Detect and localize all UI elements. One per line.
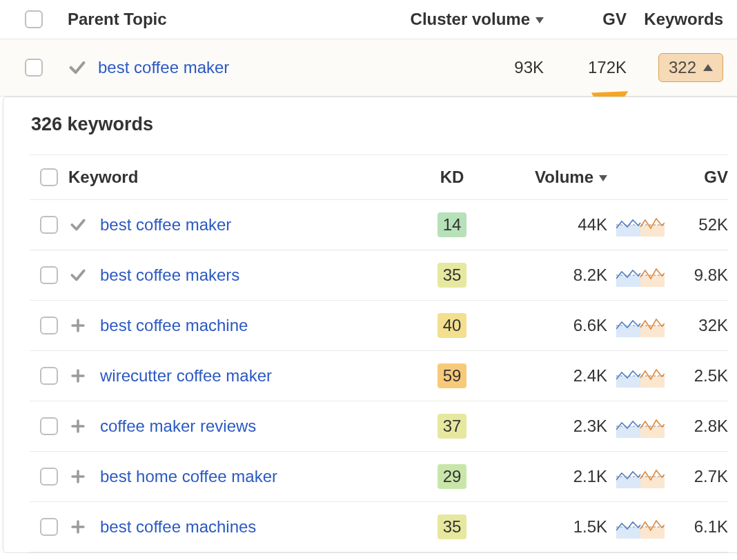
inner-table-header: Keyword KD Volume GV [30, 154, 728, 199]
sort-desc-icon [535, 17, 544, 23]
plus-icon[interactable] [68, 366, 88, 386]
keyword-link[interactable]: best coffee machine [100, 316, 248, 335]
table-row: best coffee makers 35 8.2K 9.8K [30, 250, 728, 301]
row-checkbox[interactable] [40, 417, 58, 435]
svg-rect-1 [616, 225, 640, 237]
caret-up-icon [703, 64, 713, 71]
row-checkbox[interactable] [40, 266, 58, 284]
row-checkbox[interactable] [40, 367, 58, 385]
check-icon [68, 215, 88, 234]
col-keywords[interactable]: Keywords [627, 10, 737, 29]
parent-topic-link[interactable]: best coffee maker [98, 58, 229, 77]
volume-value: 1.5K [483, 517, 607, 537]
keyword-link[interactable]: best coffee makers [100, 266, 239, 285]
col-gv-inner[interactable]: GV [673, 168, 728, 187]
gv-value: 2.5K [673, 366, 728, 386]
volume-value: 44K [483, 215, 607, 234]
inner-select-all-checkbox[interactable] [40, 168, 58, 186]
plus-icon[interactable] [68, 417, 88, 436]
row-checkbox[interactable] [40, 468, 58, 486]
plus-icon[interactable] [68, 316, 88, 335]
gv-value: 6.1K [673, 517, 728, 537]
table-row: wirecutter coffee maker 59 2.4K 2.5K [30, 351, 728, 401]
sort-desc-icon [599, 175, 607, 181]
svg-rect-13 [616, 426, 640, 438]
trend-sparkline [607, 263, 673, 287]
panel-title: 326 keywords [3, 97, 737, 154]
parent-topic-row: best coffee maker 93K 172K 322 [0, 39, 737, 97]
row-checkbox[interactable] [40, 518, 58, 536]
svg-rect-7 [616, 326, 640, 337]
keywords-count: 322 [669, 58, 696, 77]
gv-value: 32K [673, 316, 728, 335]
table-row: coffee maker reviews 37 2.3K 2.8K [30, 401, 728, 452]
trend-sparkline [607, 414, 673, 438]
col-gv[interactable]: GV [544, 10, 627, 29]
volume-value: 2.1K [483, 467, 607, 486]
svg-rect-2 [640, 225, 665, 237]
keyword-link[interactable]: wirecutter coffee maker [100, 366, 272, 386]
keywords-expand-button[interactable]: 322 [658, 53, 723, 82]
svg-rect-5 [640, 275, 665, 287]
kd-badge: 35 [438, 263, 466, 288]
svg-rect-11 [640, 376, 665, 388]
trend-sparkline [607, 515, 673, 539]
trend-sparkline [607, 213, 673, 237]
plus-icon[interactable] [68, 517, 88, 537]
check-icon [68, 266, 88, 285]
gv-value: 172K [544, 58, 627, 77]
gv-value: 2.7K [673, 467, 728, 486]
kd-badge: 14 [438, 212, 466, 237]
gv-value: 52K [673, 215, 728, 234]
kd-badge: 29 [438, 464, 466, 489]
kd-badge: 40 [438, 313, 466, 338]
kd-badge: 37 [438, 414, 466, 439]
svg-rect-17 [640, 477, 665, 488]
gv-value: 9.8K [673, 266, 728, 285]
svg-rect-16 [616, 477, 640, 488]
keyword-link[interactable]: coffee maker reviews [100, 417, 256, 436]
volume-value: 2.4K [483, 366, 607, 386]
col-keyword[interactable]: Keyword [68, 168, 421, 187]
kd-badge: 35 [438, 514, 466, 539]
svg-rect-14 [640, 426, 665, 438]
table-row: best coffee machines 35 1.5K 6.1K [30, 502, 728, 552]
keywords-panel: 326 keywords Keyword KD Volume GV best c… [3, 97, 737, 553]
row-checkbox[interactable] [40, 317, 58, 334]
parent-table-header: Parent Topic Cluster volume GV Keywords [0, 0, 737, 39]
svg-rect-4 [616, 275, 640, 287]
plus-icon[interactable] [68, 467, 88, 486]
col-cluster-volume[interactable]: Cluster volume [392, 10, 544, 29]
cluster-volume-value: 93K [392, 58, 544, 77]
parent-select-all-checkbox[interactable] [25, 10, 43, 28]
svg-rect-20 [640, 527, 665, 539]
svg-rect-8 [640, 326, 665, 337]
svg-rect-10 [616, 376, 640, 388]
col-kd[interactable]: KD [421, 168, 483, 187]
volume-value: 6.6K [483, 316, 607, 335]
col-parent-topic[interactable]: Parent Topic [68, 10, 392, 29]
keyword-link[interactable]: best coffee machines [100, 517, 256, 537]
trend-sparkline [607, 465, 673, 488]
table-row: best coffee maker 14 44K 52K [30, 199, 728, 250]
row-checkbox[interactable] [40, 216, 58, 234]
check-icon [68, 58, 87, 77]
trend-sparkline [607, 314, 673, 337]
volume-value: 8.2K [483, 266, 607, 285]
keyword-link[interactable]: best home coffee maker [100, 467, 277, 486]
col-volume-label: Volume [535, 168, 593, 186]
keyword-link[interactable]: best coffee maker [100, 215, 231, 234]
table-row: best coffee machine 40 6.6K 32K [30, 301, 728, 351]
trend-sparkline [607, 364, 673, 388]
table-row: best home coffee maker 29 2.1K 2.7K [30, 452, 728, 502]
svg-rect-19 [616, 527, 640, 539]
row-checkbox[interactable] [25, 59, 43, 77]
gv-value: 2.8K [673, 417, 728, 436]
kd-badge: 59 [438, 363, 466, 388]
volume-value: 2.3K [483, 417, 607, 436]
col-cluster-volume-label: Cluster volume [411, 10, 530, 28]
col-volume[interactable]: Volume [483, 168, 607, 187]
